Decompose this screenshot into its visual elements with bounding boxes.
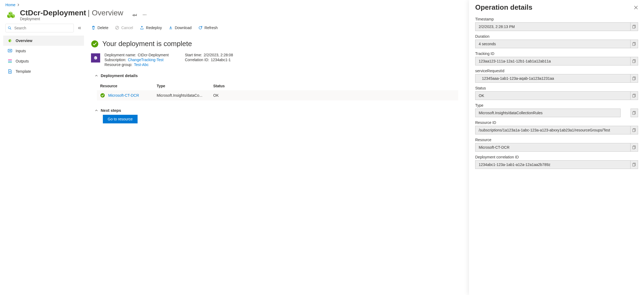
svg-point-29 [100, 93, 105, 98]
sidebar-item-overview[interactable]: Overview [3, 36, 84, 46]
svg-point-10 [144, 15, 145, 15]
field-label-status: Status [475, 86, 638, 90]
panel-title: Operation details [475, 3, 532, 12]
resource-link[interactable]: Microsoft-CT-DCR [108, 93, 157, 98]
sidebar-item-label: Inputs [16, 49, 26, 53]
outputs-icon [8, 59, 12, 64]
chevron-up-icon [95, 74, 98, 77]
field-value-timestamp: 2/2/2023, 2:28:13 PM [475, 25, 630, 29]
cell-status: OK [213, 93, 246, 98]
overview-icon [8, 38, 12, 43]
field-value-deployment-correlation-id: 1234abc1-123a-1ab1-a12a-12a1aa2b789z [475, 162, 630, 167]
svg-rect-45 [633, 129, 635, 132]
breadcrumb-home[interactable]: Home [5, 3, 15, 7]
success-icon [100, 93, 105, 98]
redeploy-icon [139, 25, 144, 30]
delete-button[interactable]: Delete [91, 25, 108, 30]
refresh-button[interactable]: Refresh [198, 25, 218, 30]
sidebar-item-label: Overview [16, 39, 32, 43]
field-label-resource: Resource [475, 138, 638, 142]
field-label-service-request-id: serviceRequestId [475, 69, 638, 73]
redeploy-button[interactable]: Redeploy [139, 25, 162, 30]
search-icon [8, 26, 12, 30]
copy-icon[interactable] [630, 57, 638, 65]
chevron-up-icon [95, 109, 98, 112]
copy-icon[interactable] [631, 109, 638, 117]
svg-point-9 [143, 15, 144, 15]
search-input[interactable] [14, 26, 71, 30]
col-header-type: Type [157, 84, 213, 88]
page-title: CtDcr-Deployment [20, 9, 86, 17]
field-label-duration: Duration [475, 34, 638, 39]
command-bar: Delete Cancel Redeploy Download Refresh [91, 24, 458, 33]
field-value-type: Microsoft.Insights/dataCollectionRules [475, 111, 620, 115]
inputs-icon [8, 48, 12, 53]
field-value-duration: 4 seconds [475, 42, 630, 46]
copy-icon[interactable] [630, 74, 638, 82]
svg-rect-35 [633, 43, 635, 46]
resource-group-link[interactable]: Test-Abc [134, 63, 149, 67]
copy-icon[interactable] [630, 40, 638, 48]
subscription-link[interactable]: ChangeTracking-Test [128, 58, 164, 62]
svg-line-13 [10, 29, 11, 30]
more-icon[interactable] [142, 12, 147, 17]
sidebar-item-label: Template [16, 69, 31, 74]
field-label-resource-id: Resource ID [475, 120, 638, 125]
sidebar-item-label: Outputs [16, 59, 29, 63]
svg-rect-37 [633, 60, 635, 63]
page-view: Overview [92, 9, 123, 17]
sidebar-item-template[interactable]: Template [3, 66, 84, 77]
search-input-wrap[interactable] [5, 24, 74, 32]
field-label-deployment-correlation-id: Deployment correlation ID [475, 155, 638, 159]
correlation-id-value: 1234abc1-1 [211, 58, 231, 62]
template-icon [8, 69, 12, 74]
copy-icon[interactable] [630, 23, 638, 31]
field-value-resource-id: /subscriptions/1a123a1a-1abc-123a-a123-a… [475, 128, 630, 132]
status-message: Your deployment is complete [102, 40, 192, 48]
cancel-icon [115, 25, 120, 30]
section-deployment-details[interactable]: Deployment details [91, 71, 458, 80]
collapse-sidebar-icon[interactable] [78, 26, 82, 30]
download-icon [168, 25, 173, 30]
copy-icon[interactable] [630, 143, 638, 151]
field-value-tracking-id: 123aa123-111a-12a1-12b1-1ab1a12ab11a [475, 59, 630, 63]
copy-icon[interactable] [630, 92, 638, 100]
col-header-status: Status [213, 84, 246, 88]
svg-rect-43 [633, 112, 635, 114]
success-icon [91, 40, 99, 48]
deployment-details-table: Resource Type Status Microsoft-CT-DCR Mi… [97, 82, 458, 100]
sidebar-item-outputs[interactable]: Outputs [3, 56, 84, 66]
cell-type: Microsoft.Insights/dataCo... [157, 93, 213, 98]
page-subtitle: Deployment [20, 17, 123, 21]
svg-point-11 [145, 15, 146, 15]
field-label-tracking-id: Tracking ID [475, 51, 638, 56]
field-value-service-request-id: 12345aaa-1ab1-123a-aqab-1a123a1231aa [475, 76, 630, 81]
chevron-right-icon [17, 4, 20, 6]
deployment-badge-icon [91, 53, 100, 63]
copy-icon[interactable] [630, 161, 638, 169]
close-icon[interactable] [634, 5, 638, 10]
field-label-timestamp: Timestamp [475, 17, 638, 21]
field-label-type: Type [475, 103, 638, 107]
title-separator: | [87, 9, 91, 17]
field-value-status: OK [475, 93, 630, 98]
delete-icon [91, 25, 96, 30]
pin-icon[interactable] [132, 12, 137, 17]
go-to-resource-button[interactable]: Go to resource [103, 115, 138, 123]
svg-rect-41 [633, 95, 635, 97]
refresh-icon [198, 25, 203, 30]
svg-point-12 [8, 27, 10, 29]
field-value-resource: Microsoft-CT-DCR [475, 145, 630, 150]
operation-details-panel: Operation details Timestamp 2/2/2023, 2:… [469, 0, 644, 295]
download-button[interactable]: Download [168, 25, 191, 30]
svg-rect-49 [633, 164, 635, 166]
section-next-steps[interactable]: Next steps [91, 105, 458, 115]
cancel-button: Cancel [115, 25, 133, 30]
deployment-name-value: CtDcr-Deployment [138, 53, 169, 57]
start-time-value: 2/2/2023, 2:28:08 [204, 53, 233, 57]
sidebar-item-inputs[interactable]: Inputs [3, 46, 84, 56]
svg-rect-47 [633, 146, 635, 149]
col-header-resource: Resource [100, 84, 157, 88]
copy-icon[interactable] [630, 126, 638, 134]
table-row[interactable]: Microsoft-CT-DCR Microsoft.Insights/data… [97, 90, 458, 100]
